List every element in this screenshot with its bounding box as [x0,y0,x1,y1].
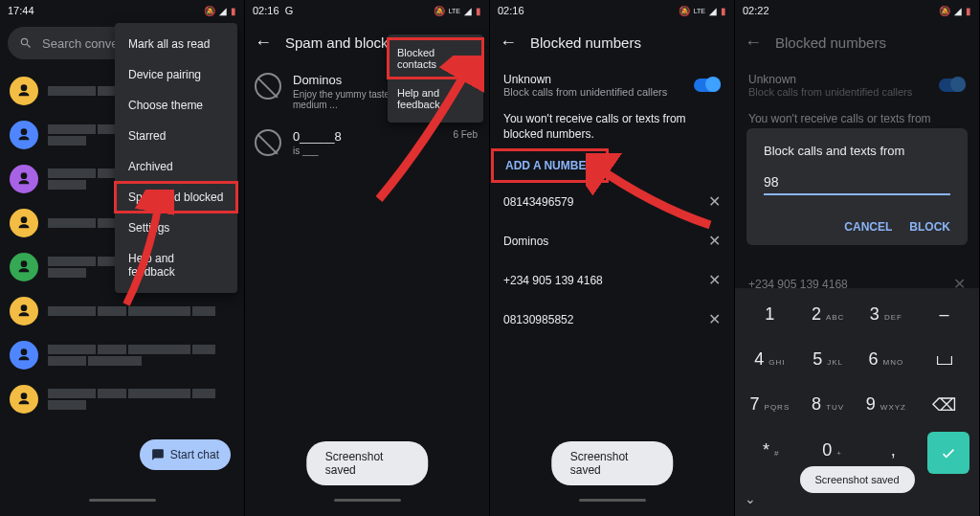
back-icon[interactable]: ← [255,33,272,53]
conversation-row[interactable] [0,333,244,377]
keypad-key[interactable]: ⌴ [915,337,973,382]
unknown-label: Unknown [503,73,667,86]
page-title: Spam and blocked [285,34,404,51]
back-icon[interactable]: ← [500,33,517,53]
remove-icon[interactable]: ✕ [708,232,721,250]
avatar [10,209,38,237]
panel-blocked-numbers: 02:16 🔕LTE◢▮ ← Blocked numbers Unknown B… [490,0,735,516]
keypad-key[interactable]: 2ABC [799,292,858,337]
page-title: Blocked numbers [530,34,641,51]
back-icon: ← [745,33,762,53]
block-button[interactable]: BLOCK [909,220,950,234]
blocked-number-row: +234 905 139 4168✕ [490,260,734,300]
unknown-callers-row[interactable]: Unknown Block calls from unidentified ca… [490,63,734,107]
menu-item[interactable]: Archived [115,151,237,182]
keypad-key[interactable]: 3DEF [858,292,916,337]
keypad-key[interactable]: 6MNO [858,337,916,382]
dialog-title: Block calls and texts from [764,144,950,158]
toast: Screenshot saved [551,441,674,485]
remove-icon[interactable]: ✕ [708,192,721,211]
unknown-sub: Block calls from unidentified callers [503,86,667,98]
status-bar: 02:16 🔕LTE◢▮ [490,0,734,21]
unknown-sub: Block calls from unidentified callers [748,86,912,98]
phone-input[interactable] [764,174,950,195]
blocked-number-row: Dominos✕ [490,221,734,260]
page-title: Blocked numbers [775,34,886,51]
collapse-keypad-icon[interactable]: ⌄ [745,491,756,506]
block-note: You won't receive calls or texts from bl… [490,107,734,149]
status-bar: 17:44 🔕◢▮ [0,0,244,21]
menu-item[interactable]: Settings [115,213,237,243]
menu-item[interactable]: Device pairing [115,59,237,90]
status-bar: 02:22 🔕◢▮ [735,0,979,21]
keypad-key[interactable]: 4GHI [741,337,799,382]
nav-bar [0,499,244,516]
remove-icon[interactable]: ✕ [708,271,721,289]
keypad-key[interactable]: *# [741,428,802,478]
blocked-number-row: 08143496579✕ [490,182,734,221]
clock: 17:44 [8,5,34,16]
keypad-key[interactable]: 9WXYZ [858,382,916,428]
menu-item[interactable]: Blocked contacts [388,38,483,79]
avatar [10,77,38,105]
toggle-switch[interactable] [694,79,721,92]
keypad-key[interactable]: 7PQRS [741,382,799,428]
panel-messages: 17:44 🔕◢▮ Search conversati Mark all as … [0,0,245,516]
chat-icon [151,448,165,461]
avatar [10,121,38,149]
status-icons: 🔕◢▮ [204,6,236,16]
blocked-number-row: 08130985852✕ [490,300,734,339]
add-number-button[interactable]: ADD A NUMBER [492,149,608,182]
panel-spam-blocked: 02:16 G 🔕LTE◢▮ ← Spam and blocked Domino… [245,0,490,516]
clock: 02:16 [498,5,524,16]
blocked-row[interactable]: 0_____8is ___6 Feb [245,120,489,166]
keypad-key[interactable]: 1 [741,292,799,337]
overflow-menu: Blocked contactsHelp and feedback [388,34,483,123]
status-icons: 🔕LTE◢▮ [679,6,726,16]
avatar [10,253,38,281]
clock: 02:22 [743,5,769,16]
status-bar: 02:16 G 🔕LTE◢▮ [245,0,489,21]
nav-bar [490,499,734,516]
start-chat-label: Start chat [170,448,219,461]
status-icons: 🔕LTE◢▮ [434,6,481,16]
clock: 02:16 [253,5,279,16]
avatar [10,385,38,414]
block-icon [255,129,281,156]
overflow-menu: Mark all as readDevice pairingChoose the… [115,23,237,293]
avatar [10,341,38,370]
done-key[interactable] [927,432,969,474]
unknown-callers-row: Unknown Block calls from unidentified ca… [735,63,979,107]
avatar [10,297,38,325]
app-bar: ← Blocked numbers [490,21,734,63]
cancel-button[interactable]: CANCEL [844,220,892,234]
numeric-keypad: 12ABC3DEF–4GHI5JKL6MNO⌴7PQRS8TUV9WXYZ⌫*#… [735,288,979,516]
conversation-row[interactable] [0,377,244,421]
toast: Screenshot saved [306,441,429,485]
keypad-key[interactable]: 8TUV [799,382,858,428]
menu-item[interactable]: Choose theme [115,90,237,121]
search-icon [19,36,33,50]
toast: Screenshot saved [799,466,914,493]
menu-item[interactable]: Mark all as read [115,29,237,59]
start-chat-button[interactable]: Start chat [140,439,231,470]
keypad-key[interactable]: – [915,292,973,337]
menu-item[interactable]: Help and feedback [388,79,483,119]
conversation-row[interactable] [0,289,244,333]
unknown-label: Unknown [748,73,912,86]
nav-bar [245,499,489,516]
toggle-switch [939,79,966,92]
block-icon [255,73,281,100]
panel-add-number-dialog: 02:22 🔕◢▮ ← Blocked numbers Unknown Bloc… [735,0,980,516]
avatar [10,165,38,193]
menu-item[interactable]: Spam and blocked [115,182,237,213]
menu-item[interactable]: Starred [115,121,237,151]
remove-icon[interactable]: ✕ [708,310,721,328]
keypad-key[interactable]: ⌫ [915,382,973,428]
menu-item[interactable]: Help and feedback [115,243,237,287]
block-dialog: Block calls and texts from CANCEL BLOCK [746,128,968,245]
status-icons: 🔕◢▮ [939,6,971,16]
keypad-key[interactable]: 5JKL [799,337,858,382]
app-bar: ← Blocked numbers [735,21,979,63]
